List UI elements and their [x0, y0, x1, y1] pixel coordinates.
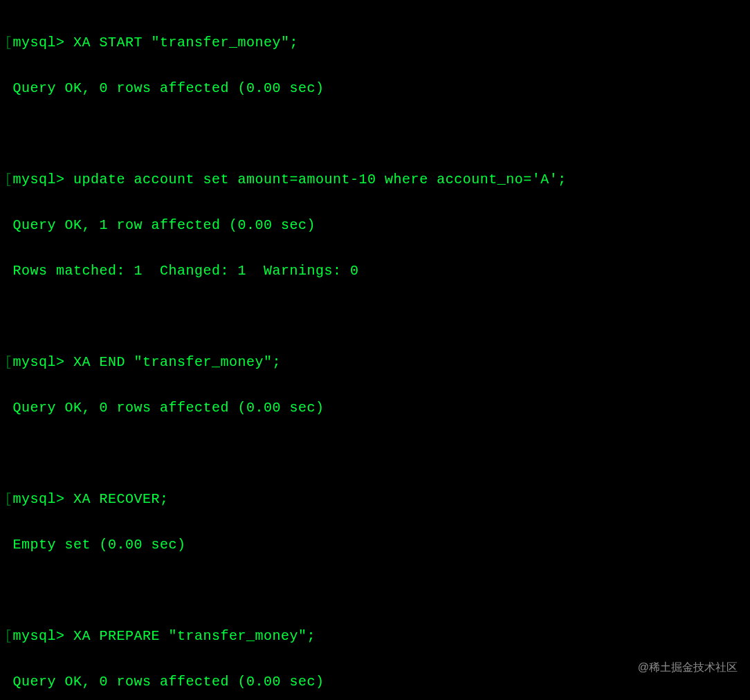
- prompt: mysql>: [13, 172, 65, 187]
- prompt-line[interactable]: [mysql> XA START "transfer_money";: [4, 31, 742, 54]
- blank-line: [4, 579, 742, 602]
- bracket-icon: [: [4, 354, 13, 370]
- watermark-text: @稀土掘金技术社区: [638, 658, 738, 676]
- bracket-icon: [: [4, 491, 13, 507]
- command: update account set amount=amount-10 wher…: [73, 172, 567, 187]
- prompt-line[interactable]: [mysql> XA END "transfer_money";: [4, 351, 742, 374]
- output-line: Rows matched: 1 Changed: 1 Warnings: 0: [4, 259, 742, 282]
- output-line: Query OK, 1 row affected (0.00 sec): [4, 214, 742, 237]
- prompt-line[interactable]: [mysql> XA PREPARE "transfer_money";: [4, 625, 742, 647]
- blank-line: [4, 442, 742, 465]
- prompt: mysql>: [13, 628, 65, 644]
- blank-line: [4, 305, 742, 328]
- output-line: Empty set (0.00 sec): [4, 533, 742, 556]
- bracket-icon: [: [4, 172, 13, 187]
- prompt: mysql>: [13, 354, 65, 370]
- output-line: Query OK, 0 rows affected (0.00 sec): [4, 396, 742, 419]
- blank-line: [4, 122, 742, 145]
- output-line: Query OK, 0 rows affected (0.00 sec): [4, 77, 742, 100]
- output-line: Query OK, 0 rows affected (0.00 sec): [4, 670, 742, 693]
- command: XA START "transfer_money";: [73, 35, 298, 50]
- prompt: mysql>: [13, 491, 65, 507]
- command: XA END "transfer_money";: [73, 354, 281, 370]
- terminal-output: [mysql> XA START "transfer_money"; Query…: [0, 0, 750, 700]
- command: XA RECOVER;: [73, 491, 169, 507]
- prompt: mysql>: [13, 35, 65, 50]
- prompt-line[interactable]: [mysql> update account set amount=amount…: [4, 168, 742, 191]
- prompt-line[interactable]: [mysql> XA RECOVER;: [4, 488, 742, 510]
- command: XA PREPARE "transfer_money";: [73, 628, 315, 644]
- bracket-icon: [: [4, 628, 13, 644]
- bracket-icon: [: [4, 35, 13, 50]
